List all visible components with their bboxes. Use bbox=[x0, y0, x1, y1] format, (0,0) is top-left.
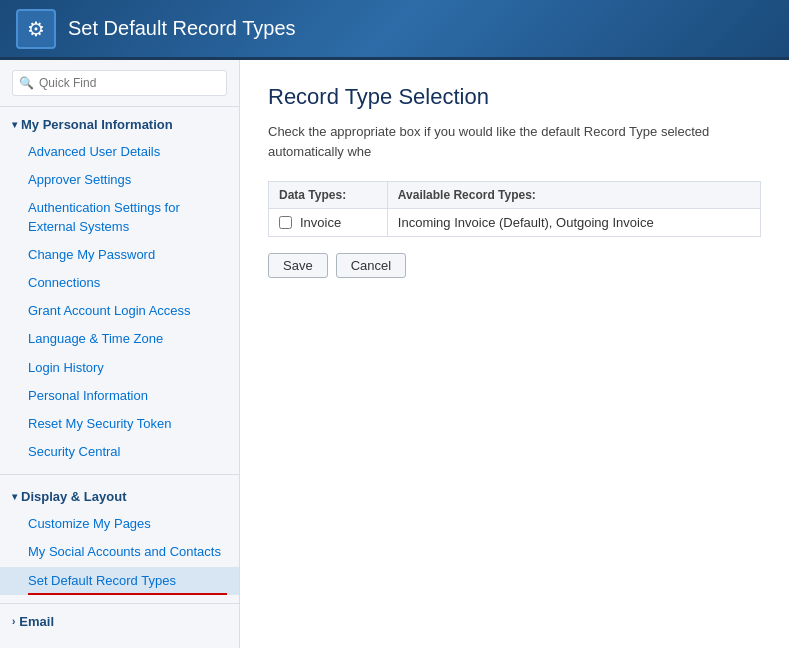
content-title: Record Type Selection bbox=[268, 84, 761, 110]
nav-section-header-personal-info[interactable]: ▾ My Personal Information bbox=[0, 111, 239, 138]
content-area: Record Type Selection Check the appropri… bbox=[240, 60, 789, 648]
nav-section-personal-info: ▾ My Personal Information Advanced User … bbox=[0, 107, 239, 470]
nav-section-display-layout: ▾ Display & Layout Customize My Pages My… bbox=[0, 479, 239, 599]
top-header: ⚙ Set Default Record Types bbox=[0, 0, 789, 60]
chevron-down-icon-2: ▾ bbox=[12, 491, 17, 502]
nav-item-security-central[interactable]: Security Central bbox=[0, 438, 239, 466]
record-type-table: Data Types: Available Record Types: Invo… bbox=[268, 181, 761, 237]
nav-item-grant-access[interactable]: Grant Account Login Access bbox=[0, 297, 239, 325]
nav-item-reset-security-token[interactable]: Reset My Security Token bbox=[0, 410, 239, 438]
search-icon: 🔍 bbox=[19, 76, 34, 90]
invoice-checkbox[interactable] bbox=[279, 216, 292, 229]
nav-section-header-email[interactable]: › Email bbox=[0, 608, 239, 635]
nav-section-label-display-layout: Display & Layout bbox=[21, 489, 126, 504]
nav-item-approver-settings[interactable]: Approver Settings bbox=[0, 166, 239, 194]
content-description: Check the appropriate box if you would l… bbox=[268, 122, 761, 161]
header-icon: ⚙ bbox=[16, 9, 56, 49]
header-title: Set Default Record Types bbox=[68, 17, 296, 40]
chevron-right-icon: › bbox=[12, 616, 15, 627]
quick-find-input[interactable] bbox=[12, 70, 227, 96]
button-row: Save Cancel bbox=[268, 253, 761, 278]
nav-item-set-default-record-types[interactable]: Set Default Record Types bbox=[0, 567, 239, 595]
main-layout: 🔍 ▾ My Personal Information Advanced Use… bbox=[0, 60, 789, 648]
nav-item-advanced-user-details[interactable]: Advanced User Details bbox=[0, 138, 239, 166]
data-type-label: Invoice bbox=[300, 215, 341, 230]
cancel-button[interactable]: Cancel bbox=[336, 253, 406, 278]
nav-item-login-history[interactable]: Login History bbox=[0, 354, 239, 382]
section-divider bbox=[0, 474, 239, 475]
col-header-data-types: Data Types: bbox=[269, 182, 388, 209]
nav-item-auth-settings[interactable]: Authentication Settings for External Sys… bbox=[0, 194, 239, 240]
save-button[interactable]: Save bbox=[268, 253, 328, 278]
sidebar: 🔍 ▾ My Personal Information Advanced Use… bbox=[0, 60, 240, 648]
nav-item-change-password[interactable]: Change My Password bbox=[0, 241, 239, 269]
chevron-down-icon: ▾ bbox=[12, 119, 17, 130]
nav-section-header-display-layout[interactable]: ▾ Display & Layout bbox=[0, 483, 239, 510]
nav-item-connections[interactable]: Connections bbox=[0, 269, 239, 297]
nav-item-customize-pages[interactable]: Customize My Pages bbox=[0, 510, 239, 538]
section-divider-2 bbox=[0, 603, 239, 604]
content-inner: Record Type Selection Check the appropri… bbox=[240, 60, 789, 648]
nav-items-display-layout: Customize My Pages My Social Accounts an… bbox=[0, 510, 239, 595]
sidebar-search-container: 🔍 bbox=[0, 60, 239, 107]
nav-item-language-timezone[interactable]: Language & Time Zone bbox=[0, 325, 239, 353]
nav-item-personal-information[interactable]: Personal Information bbox=[0, 382, 239, 410]
nav-section-label-email: Email bbox=[19, 614, 54, 629]
data-type-cell: Invoice bbox=[269, 209, 388, 237]
available-types-cell: Incoming Invoice (Default), Outgoing Inv… bbox=[387, 209, 760, 237]
nav-item-social-accounts[interactable]: My Social Accounts and Contacts bbox=[0, 538, 239, 566]
col-header-available-types: Available Record Types: bbox=[387, 182, 760, 209]
table-row: Invoice Incoming Invoice (Default), Outg… bbox=[269, 209, 761, 237]
gear-icon: ⚙ bbox=[27, 17, 45, 41]
nav-items-personal-info: Advanced User Details Approver Settings … bbox=[0, 138, 239, 466]
nav-section-label-personal-info: My Personal Information bbox=[21, 117, 173, 132]
